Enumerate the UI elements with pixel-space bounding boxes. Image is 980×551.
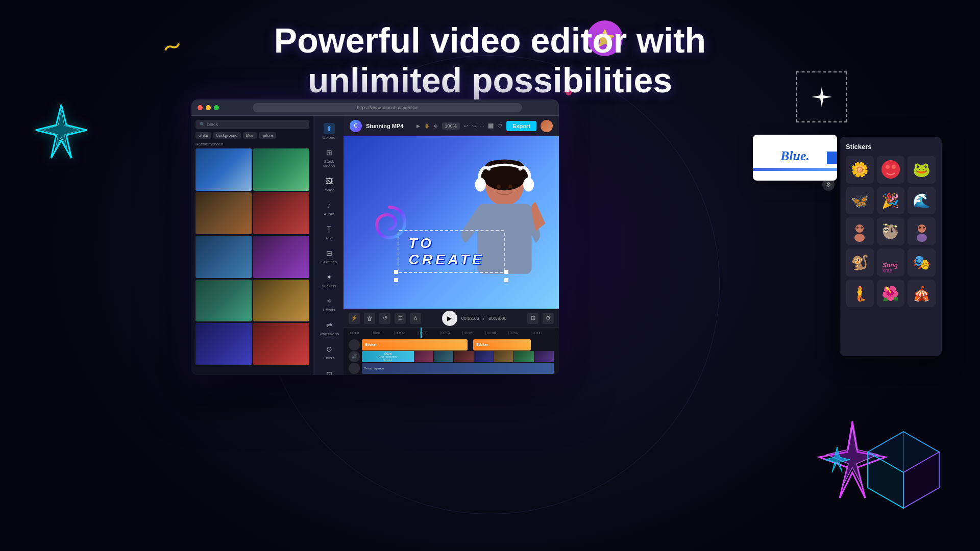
tag-background[interactable]: background xyxy=(213,132,241,139)
media-thumb-8[interactable] xyxy=(253,280,309,322)
media-thumb-5[interactable] xyxy=(195,236,252,278)
tool-text[interactable]: T Text xyxy=(316,220,342,243)
clip-thumb-2[interactable] xyxy=(434,351,453,362)
hand-tool-icon[interactable]: ✋ xyxy=(424,123,430,129)
sticker-track-content: Sticker Sticker xyxy=(362,339,554,350)
tool-stickers[interactable]: ✦ Stickers xyxy=(316,268,342,291)
tool-image[interactable]: 🖼 Image xyxy=(316,172,342,195)
settings-icon[interactable]: ⚙ xyxy=(543,313,554,324)
browser-url-bar[interactable]: https://www.capcut.com/editor xyxy=(253,103,522,112)
tool-filters[interactable]: ⊙ Filters xyxy=(316,340,342,363)
search-icon: 🔍 xyxy=(200,122,205,127)
timeline-scale: 00:00 00:01 00:02 00:03 00:04 00:05 00:0… xyxy=(344,328,559,338)
sticker-item[interactable] xyxy=(908,217,936,245)
sticker-item[interactable]: 🌼 xyxy=(846,156,874,184)
sticker-item[interactable]: 🎭 xyxy=(908,248,936,277)
tool-stock-videos[interactable]: ⊞ Stockvideos xyxy=(316,144,342,171)
selection-handle-tr[interactable] xyxy=(504,270,508,274)
share-icon[interactable]: ⬜ xyxy=(488,123,494,129)
upload-label: Upload xyxy=(323,135,335,140)
tag-nature[interactable]: nature xyxy=(259,132,277,139)
more-icon[interactable]: ··· xyxy=(480,123,484,129)
browser-close-dot[interactable] xyxy=(198,105,203,110)
sticker-item[interactable]: 🧜 xyxy=(846,280,874,308)
delete-icon[interactable]: 🗑 xyxy=(364,313,375,324)
text-overlay-selection[interactable]: TO CREATE xyxy=(398,230,505,273)
section-label: Recommended xyxy=(195,142,309,146)
browser-maximize-dot[interactable] xyxy=(214,105,219,110)
video-clip-main[interactable]: @2:x Clips name.mov 00:01.1 xyxy=(362,351,414,362)
sticker-track-row: Sticker Sticker xyxy=(344,339,559,350)
editor-inner: 🔍 black white background blue nature Rec… xyxy=(191,116,559,375)
text-tool-icon[interactable]: A xyxy=(410,313,421,324)
sticker-track-1[interactable]: Sticker xyxy=(362,339,468,350)
media-thumb-2[interactable] xyxy=(253,148,309,191)
selection-handle-bl[interactable] xyxy=(394,278,398,282)
media-thumb-3[interactable] xyxy=(195,192,252,235)
clip-thumb-3[interactable] xyxy=(454,351,473,362)
redo-icon[interactable]: ↪ xyxy=(472,123,476,129)
track-mute-icon[interactable] xyxy=(349,339,360,350)
media-thumb-9[interactable] xyxy=(195,323,252,365)
audio-label: Great disprove xyxy=(364,367,384,370)
loop-icon[interactable]: ↺ xyxy=(379,313,390,324)
clip-thumb-7[interactable] xyxy=(534,351,554,362)
track-volume-icon[interactable]: 🔊 xyxy=(349,351,360,362)
user-avatar[interactable] xyxy=(541,120,553,132)
sticker-item[interactable] xyxy=(846,217,874,245)
export-button[interactable]: Export xyxy=(506,121,536,131)
undo-icon[interactable]: ↩ xyxy=(464,123,468,129)
sticker-track-2[interactable]: Sticker xyxy=(473,339,531,350)
tool-subtitles[interactable]: ⊟ Subtitles xyxy=(316,244,342,267)
sticker-item[interactable] xyxy=(877,156,905,184)
sticker-item[interactable]: Songkraa xyxy=(877,248,905,277)
tool-timeline-expand[interactable]: ⊡ xyxy=(316,365,342,375)
media-thumb-7[interactable] xyxy=(195,280,252,322)
stock-videos-icon: ⊞ xyxy=(324,147,335,158)
sticker-item[interactable]: 🎉 xyxy=(877,187,905,215)
audio-volume-icon[interactable] xyxy=(349,363,360,374)
play-icon[interactable]: ▶ xyxy=(416,123,420,129)
sticker-item[interactable]: 🦥 xyxy=(877,217,905,245)
sticker-item[interactable]: 🌊 xyxy=(908,187,936,215)
svg-point-15 xyxy=(923,227,925,229)
sticker-item[interactable]: 🦋 xyxy=(846,187,874,215)
shield-icon[interactable]: 🛡 xyxy=(498,123,502,129)
tool-audio[interactable]: ♪ Audio xyxy=(316,196,342,219)
crop-icon[interactable]: ⊟ xyxy=(395,313,406,324)
time-separator: / xyxy=(483,316,485,321)
clip-thumb-1[interactable] xyxy=(414,351,433,362)
clip-thumb-4[interactable] xyxy=(474,351,494,362)
tool-effects[interactable]: ✧ Effects xyxy=(316,292,342,315)
clip-time: 00:01.1 xyxy=(383,358,392,361)
tag-white[interactable]: white xyxy=(195,132,211,139)
text-icon: T xyxy=(324,223,335,235)
playhead xyxy=(421,328,422,338)
svg-point-32 xyxy=(497,185,501,189)
sticker-settings-icon[interactable]: ⚙ xyxy=(822,179,835,191)
fit-timeline-icon[interactable]: ⊞ xyxy=(527,313,538,324)
tag-blue[interactable]: blue xyxy=(243,132,257,139)
sticker-item[interactable]: 🐒 xyxy=(846,248,874,277)
media-thumb-10[interactable] xyxy=(253,323,309,365)
zoom-level[interactable]: 100% xyxy=(442,122,460,130)
clip-thumb-5[interactable] xyxy=(494,351,513,362)
media-thumb-4[interactable] xyxy=(253,192,309,235)
sticker-item[interactable]: 🌺 xyxy=(877,280,905,308)
media-thumb-1[interactable] xyxy=(195,148,252,191)
selection-handle-br[interactable] xyxy=(504,278,508,282)
search-bar[interactable]: 🔍 black xyxy=(195,120,309,129)
media-thumb-6[interactable] xyxy=(253,236,309,278)
tool-transitions[interactable]: ⇌ Transitions xyxy=(316,316,342,339)
split-icon[interactable]: ⚡ xyxy=(349,313,360,324)
clip-thumb-6[interactable] xyxy=(514,351,533,362)
svg-point-14 xyxy=(919,227,921,229)
fit-icon[interactable]: ⊕ xyxy=(434,123,438,129)
audio-track[interactable]: Great disprove xyxy=(362,363,554,374)
selection-handle-tl[interactable] xyxy=(394,270,398,274)
sticker-item[interactable]: 🎪 xyxy=(908,280,936,308)
browser-minimize-dot[interactable] xyxy=(206,105,211,110)
tool-upload[interactable]: ⬆ Upload xyxy=(316,120,342,143)
sticker-item[interactable]: 🐸 xyxy=(908,156,936,184)
play-button[interactable]: ▶ xyxy=(442,311,457,326)
